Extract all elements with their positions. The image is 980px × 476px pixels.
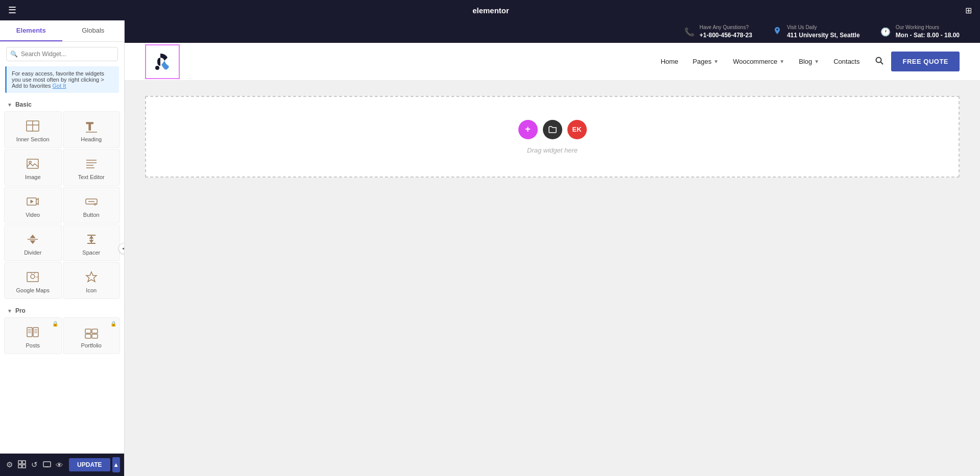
widget-google-maps[interactable]: Google Maps [4,262,62,299]
widget-google-maps-label: Google Maps [16,287,50,293]
svg-rect-5 [27,159,38,168]
responsive-button[interactable] [42,457,53,473]
svg-marker-28 [86,272,97,282]
drop-zone-buttons: + EK [518,120,587,139]
widget-icon[interactable]: Icon [63,262,121,299]
nav-pages-arrow: ▼ [713,59,719,64]
widget-video[interactable]: Video [4,187,62,223]
svg-marker-12 [31,200,33,203]
search-input[interactable] [6,47,118,61]
preview-icon: 👁 [56,461,63,469]
spacer-icon [84,232,99,246]
clock-icon: 🕐 [880,27,891,37]
widget-grid-pro: 🔒 Posts 🔒 [0,317,124,358]
icon-widget-icon [84,270,99,284]
search-icon-small: 🔍 [10,51,18,58]
widget-spacer[interactable]: Spacer [63,224,121,261]
section-pro-arrow: ▼ [7,308,12,314]
phone-icon: 📞 [684,27,695,37]
section-basic-label: Basic [15,101,32,108]
settings-button[interactable]: ⚙ [4,457,15,473]
svg-rect-42 [22,461,26,464]
tab-globals[interactable]: Globals [62,20,125,41]
widget-video-label: Video [26,212,40,218]
sidebar-search-container: 🔍 [0,42,124,66]
sidebar: Elements Globals 🔍 For easy access, favo… [0,20,125,476]
widget-spacer-label: Spacer [82,249,100,256]
widget-posts[interactable]: 🔒 Posts [4,317,62,354]
widget-button[interactable]: Button [63,187,121,223]
portfolio-icon [84,325,99,339]
layers-button[interactable] [17,457,28,473]
nav-blog[interactable]: Blog ▼ [799,58,819,65]
nav-links: Home Pages ▼ Woocommerce ▼ Blog ▼ Contac… [661,58,860,65]
elementor-topbar: ☰ elementor ⊞ [0,0,980,20]
nav-pages[interactable]: Pages ▼ [692,58,719,65]
inner-section-icon [26,119,40,133]
nav-contacts[interactable]: Contacts [833,58,859,65]
svg-rect-29 [27,328,32,337]
section-pro-label: Pro [15,307,26,314]
nav-search-icon[interactable] [875,56,884,67]
svg-point-47 [876,57,881,62]
video-icon [26,194,40,209]
nav-home[interactable]: Home [661,58,679,65]
settings-icon: ⚙ [6,460,13,469]
nav-contacts-label: Contacts [833,58,859,65]
widget-inner-section-label: Inner Section [16,136,50,142]
divider-icon [26,232,40,246]
canvas-area: 📞 Have Any Questions? +1-800-456-478-23 … [125,20,980,476]
location-icon [773,26,782,37]
nav-woocommerce-label: Woocommerce [733,58,777,65]
widget-portfolio[interactable]: 🔒 Portfolio [63,317,121,354]
svg-rect-37 [85,329,91,333]
nav-woocommerce-arrow: ▼ [779,59,784,64]
preview-button[interactable]: 👁 [54,457,65,473]
widget-heading-label: Heading [81,136,102,142]
widget-image[interactable]: Image [4,149,62,186]
widget-heading[interactable]: T Heading [63,111,121,148]
widget-inner-section[interactable]: Inner Section [4,111,62,148]
drop-zone-text: Drag widget here [527,146,578,154]
hours-label: Our Working Hours [896,24,960,30]
nav-cta-button[interactable]: FREE QUOTE [891,52,960,71]
elementor-logo: elementor [27,6,955,15]
svg-rect-44 [22,465,26,468]
svg-marker-21 [90,236,93,238]
section-pro-title[interactable]: ▼ Pro [0,303,124,317]
widget-text-editor[interactable]: Text Editor [63,149,121,186]
image-icon [26,157,40,171]
widget-button-label: Button [83,212,100,218]
hours-value: Mon - Sat: 8.00 - 18.00 [896,32,960,39]
section-basic-title[interactable]: ▼ Basic [0,97,124,111]
hint-link[interactable]: Got It [53,83,66,89]
nav-home-label: Home [661,58,679,65]
update-chevron-button[interactable]: ▲ [112,457,120,472]
tab-elements[interactable]: Elements [0,20,62,41]
top-info-phone: 📞 Have Any Questions? +1-800-456-478-23 [684,24,752,39]
bottom-toolbar: ⚙ ↺ [0,454,124,476]
history-button[interactable]: ↺ [29,457,40,473]
grid-icon[interactable]: ⊞ [965,6,972,15]
history-icon: ↺ [31,460,38,469]
folder-button[interactable] [543,120,562,139]
button-icon [84,194,99,209]
widget-divider[interactable]: Divider [4,224,62,261]
widget-icon-label: Icon [86,287,97,293]
menu-icon[interactable]: ☰ [8,5,16,16]
website-top-info-bar: 📞 Have Any Questions? +1-800-456-478-23 … [125,20,980,43]
update-button[interactable]: UPDATE [69,458,110,471]
website-logo [150,49,175,74]
sidebar-hint: For easy access, favorite the widgets yo… [5,66,119,93]
svg-text:T: T [86,120,93,133]
nav-woocommerce[interactable]: Woocommerce ▼ [733,58,784,65]
ek-button[interactable]: EK [567,120,587,139]
add-widget-button[interactable]: + [518,120,538,139]
drop-zone-inner: + EK Drag widget here [518,120,587,154]
canvas-content: + EK Drag widget here [125,81,980,476]
posts-icon [26,325,40,339]
top-info-location: Visit Us Daily 411 University St, Seattl… [773,24,860,39]
section-basic-arrow: ▼ [7,102,12,108]
sidebar-widgets: ▼ Basic Inner Section T [0,97,124,454]
nav-blog-label: Blog [799,58,812,65]
